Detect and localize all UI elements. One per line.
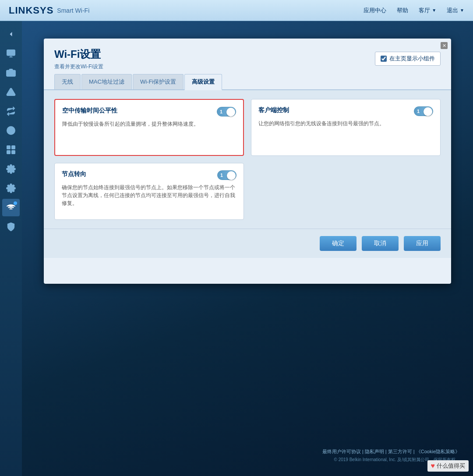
node-steering-toggle[interactable]: 1 [217, 170, 236, 180]
confirm-button[interactable]: 确定 [320, 236, 357, 251]
nav-links: 应用中心 帮助 客厅 ▼ 退出 ▼ [364, 7, 464, 14]
sidebar-icon-settings2[interactable] [2, 180, 20, 197]
widget-checkbox[interactable] [381, 56, 387, 62]
nav-logout[interactable]: 退出 ▼ [447, 7, 464, 14]
client-steering-toggle-thumb [424, 107, 432, 116]
nav-living-room[interactable]: 客厅 ▼ [419, 7, 436, 14]
airtime-fairness-title: 空中传输时间公平性 [62, 107, 117, 115]
sidebar [0, 21, 22, 476]
node-steering-card: 节点转向 1 确保您的节点始终连接到最强信号的节点上。如果您移除一个节点或将一个… [54, 163, 244, 220]
sidebar-icon-camera[interactable] [2, 64, 20, 81]
living-room-arrow: ▼ [432, 8, 436, 13]
node-steering-toggle-track: 1 [217, 170, 236, 180]
main-layout: ✕ Wi-Fi设置 查看并更改Wi-Fi设置 在主页显示小组件 无线 MAC地 [0, 21, 473, 476]
airtime-fairness-toggle-track: 1 [217, 107, 236, 116]
client-steering-toggle-track: 1 [414, 106, 433, 116]
tabs-bar: 无线 MAC地址过滤 Wi-Fi保护设置 高级设置 [44, 74, 451, 90]
footer-links: 最终用户许可协议 | 隐私声明 | 第三方许可 | 《Cookie隐私策略》 [322, 448, 460, 455]
nav-app-center[interactable]: 应用中心 [364, 7, 386, 14]
sidebar-icon-clock[interactable] [2, 122, 20, 139]
dialog-footer: 确定 取消 应用 [44, 229, 451, 258]
node-steering-toggle-thumb [227, 171, 236, 180]
toggle-on-label-2: 1 [417, 109, 420, 114]
wifi-settings-dialog: ✕ Wi-Fi设置 查看并更改Wi-Fi设置 在主页显示小组件 无线 MAC地 [44, 39, 451, 284]
svg-rect-7 [7, 146, 10, 149]
sidebar-icon-alert[interactable] [2, 83, 20, 101]
svg-rect-0 [7, 50, 15, 56]
watermark-icon: ♥ [431, 462, 435, 470]
svg-rect-9 [7, 151, 10, 154]
toggle-on-label: 1 [220, 109, 222, 114]
tab-wifi-protection[interactable]: Wi-Fi保护设置 [133, 74, 184, 89]
dialog-title: Wi-Fi设置 [54, 47, 103, 61]
tab-advanced-settings[interactable]: 高级设置 [184, 74, 222, 90]
dialog-header: Wi-Fi设置 查看并更改Wi-Fi设置 在主页显示小组件 [44, 39, 451, 74]
node-steering-header: 节点转向 1 [62, 170, 236, 180]
svg-point-3 [9, 71, 12, 74]
content-area: ✕ Wi-Fi设置 查看并更改Wi-Fi设置 在主页显示小组件 无线 MAC地 [22, 21, 473, 476]
dialog-close-button[interactable]: ✕ [441, 42, 448, 49]
dialog-title-block: Wi-Fi设置 查看并更改Wi-Fi设置 [54, 47, 103, 71]
nav-help[interactable]: 帮助 [397, 7, 408, 14]
client-steering-title: 客户端控制 [258, 106, 289, 114]
settings-grid-bottom: 节点转向 1 确保您的节点始终连接到最强信号的节点上。如果您移除一个节点或将一个… [54, 163, 441, 220]
tab-mac-filter[interactable]: MAC地址过滤 [81, 74, 132, 89]
node-steering-title: 节点转向 [62, 170, 86, 178]
airtime-fairness-card: 空中传输时间公平性 1 降低由于较慢设备所引起的流量拥堵，提升整体网络速度。 [54, 99, 244, 156]
top-nav: LINKSYS Smart Wi-Fi 应用中心 帮助 客厅 ▼ 退出 ▼ [0, 0, 473, 21]
sidebar-icon-connections[interactable] [2, 102, 20, 120]
toggle-on-label-3: 1 [220, 173, 223, 178]
dialog-body: 空中传输时间公平性 1 降低由于较慢设备所引起的流量拥堵，提升整体网络速度。 [44, 90, 451, 229]
watermark: ♥ 什么值得买 [427, 460, 469, 472]
sidebar-icon-wifi[interactable] [2, 199, 20, 216]
logout-arrow: ▼ [460, 8, 464, 13]
logo-text: LINKSYS [9, 5, 53, 16]
svg-rect-8 [12, 146, 15, 149]
sidebar-icon-gear[interactable] [2, 160, 20, 178]
sidebar-icon-network[interactable] [2, 141, 20, 159]
client-steering-desc: 让您的网络指引您的无线设备连接到信号最强的节点。 [258, 120, 433, 127]
airtime-fairness-toggle-thumb [226, 108, 235, 116]
apply-button[interactable]: 应用 [404, 236, 441, 251]
widget-checkbox-container[interactable]: 在主页显示小组件 [375, 52, 441, 66]
logo-tagline: Smart Wi-Fi [57, 7, 89, 14]
sidebar-icon-shield[interactable] [2, 218, 20, 236]
client-steering-header: 客户端控制 1 [258, 106, 433, 116]
dialog-subtitle: 查看并更改Wi-Fi设置 [54, 63, 103, 71]
settings-grid-top: 空中传输时间公平性 1 降低由于较慢设备所引起的流量拥堵，提升整体网络速度。 [54, 99, 441, 156]
svg-rect-10 [12, 151, 15, 154]
node-steering-desc: 确保您的节点始终连接到最强信号的节点上。如果您移除一个节点或将一个节点设置为离线… [62, 183, 236, 207]
widget-checkbox-label: 在主页显示小组件 [389, 55, 435, 63]
sidebar-back-button[interactable] [0, 25, 22, 43]
airtime-fairness-header: 空中传输时间公平性 1 [62, 107, 236, 116]
client-steering-toggle[interactable]: 1 [414, 106, 433, 116]
airtime-fairness-toggle[interactable]: 1 [217, 107, 236, 116]
tab-wireless[interactable]: 无线 [54, 74, 81, 89]
client-steering-card: 客户端控制 1 让您的网络指引您的无线设备连接到信号最强的节点。 [251, 99, 441, 156]
watermark-text: 什么值得买 [437, 462, 465, 470]
logo-area: LINKSYS Smart Wi-Fi [9, 5, 89, 16]
airtime-fairness-desc: 降低由于较慢设备所引起的流量拥堵，提升整体网络速度。 [62, 120, 236, 128]
cancel-button[interactable]: 取消 [362, 236, 399, 251]
sidebar-icon-monitor[interactable] [2, 45, 20, 62]
